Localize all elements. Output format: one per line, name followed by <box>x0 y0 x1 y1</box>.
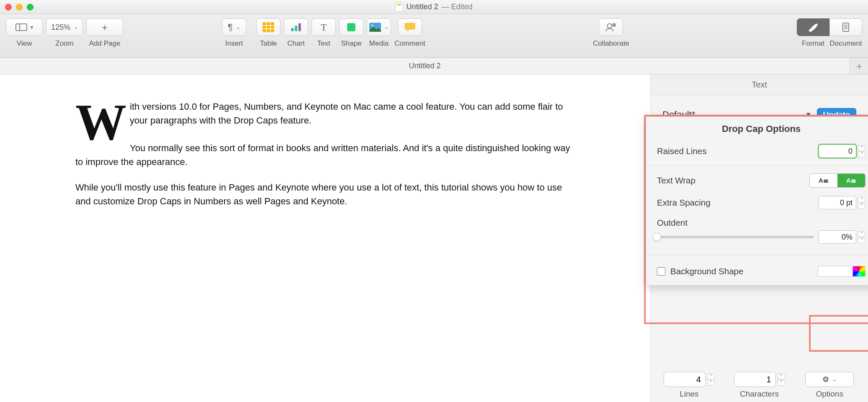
svg-rect-13 <box>404 23 415 30</box>
extra-spacing-stepper: ˄ ˅ <box>819 196 865 209</box>
text-label: Text <box>317 39 330 48</box>
text-button[interactable]: T <box>312 18 336 36</box>
options-label: Options <box>816 389 843 399</box>
shape-icon <box>345 22 357 32</box>
stepper-down-button[interactable]: ˅ <box>858 203 865 209</box>
chart-label: Chart <box>287 39 305 48</box>
svg-point-17 <box>809 29 812 32</box>
add-tab-button[interactable]: ＋ <box>850 58 868 74</box>
comment-label: Comment <box>394 39 425 48</box>
fullscreen-icon[interactable] <box>27 4 33 10</box>
characters-input[interactable] <box>734 372 776 387</box>
stepper-up-button[interactable]: ˄ <box>707 374 715 379</box>
stepper-up-button[interactable]: ˄ <box>858 197 865 203</box>
raised-lines-input[interactable] <box>819 144 856 158</box>
options-button[interactable]: ⚙ ⌄ <box>805 372 854 387</box>
view-button[interactable]: ▾ <box>6 18 43 36</box>
stepper-down-button[interactable]: ˅ <box>858 152 865 157</box>
document-icon <box>840 22 852 32</box>
zoom-label: Zoom <box>55 39 73 48</box>
extra-spacing-label: Extra Spacing <box>657 198 711 208</box>
stepper-up-button[interactable]: ˄ <box>858 231 865 237</box>
text-wrap-row: Text Wrap A≣ A≣ <box>646 169 868 192</box>
document-button[interactable] <box>829 18 862 36</box>
inspector-header: Text <box>651 75 868 95</box>
background-shape-color <box>818 266 865 277</box>
chevron-down-icon: ⌄ <box>832 376 837 382</box>
chevron-down-icon: ⌄ <box>74 24 78 30</box>
stepper-down-button[interactable]: ˅ <box>858 237 865 243</box>
media-icon <box>369 22 381 32</box>
svg-point-12 <box>371 24 373 26</box>
color-wheel-icon[interactable] <box>853 266 865 277</box>
raised-lines-label: Raised Lines <box>657 146 707 156</box>
extra-spacing-row: Extra Spacing ˄ ˅ <box>646 192 868 214</box>
shape-label: Shape <box>341 39 361 48</box>
add-page-button[interactable]: ＋ <box>86 18 123 36</box>
comment-button[interactable] <box>398 18 422 36</box>
document-canvas[interactable]: W ith versions 10.0 for Pages, Numbers, … <box>0 75 650 402</box>
stepper-up-button[interactable]: ˄ <box>858 145 865 151</box>
svg-rect-9 <box>299 23 301 31</box>
stepper-up-button[interactable]: ˄ <box>778 374 785 379</box>
drop-cap-summary-row: ˄ ˅ Lines ˄ ˅ Characters ⚙ <box>658 372 860 399</box>
inspector-sidebar: Text Default* ▼ Update Drop Cap Options … <box>650 75 868 402</box>
extra-spacing-input[interactable] <box>819 196 856 209</box>
slider-thumb[interactable] <box>653 233 661 241</box>
stepper-down-button[interactable]: ˅ <box>707 380 715 386</box>
minimize-icon[interactable] <box>16 4 23 10</box>
table-button[interactable] <box>256 18 281 36</box>
document-tab[interactable]: Untitled 2 <box>0 58 850 74</box>
titlebar: Untitled 2 — Edited <box>0 0 868 14</box>
outdent-input[interactable] <box>819 230 856 244</box>
window-traffic-lights <box>5 4 33 10</box>
background-shape-checkbox[interactable] <box>657 267 665 276</box>
annotation-highlight-options <box>809 315 868 352</box>
window-title-main: Untitled 2 <box>406 3 438 11</box>
format-label: Format <box>797 39 829 48</box>
paragraph-1: W ith versions 10.0 for Pages, Numbers, … <box>75 100 575 169</box>
chart-icon <box>290 22 302 32</box>
text-wrap-contour-button[interactable]: A≣ <box>837 174 865 187</box>
lines-label: Lines <box>680 389 698 399</box>
svg-rect-7 <box>291 28 294 31</box>
outdent-slider[interactable] <box>657 236 814 238</box>
table-icon <box>263 22 274 32</box>
format-button[interactable] <box>797 18 829 36</box>
background-shape-checkbox-wrap: Background Shape <box>657 266 743 276</box>
pilcrow-icon: ¶ <box>228 22 233 33</box>
window-title-suffix: — Edited <box>442 3 473 11</box>
text-wrap-rect-button[interactable]: A≣ <box>810 174 837 187</box>
svg-rect-18 <box>843 23 849 31</box>
drop-cap: W <box>75 100 126 144</box>
text-wrap-label: Text Wrap <box>657 175 695 186</box>
main-area: W ith versions 10.0 for Pages, Numbers, … <box>0 75 868 402</box>
toolbar: ▾ View 125% ⌄ Zoom ＋ Add Page ¶ ⌄ Insert… <box>0 14 868 58</box>
collaborate-button[interactable]: + <box>599 18 623 36</box>
paragraph-1b-text: You normally see this sort of format in … <box>75 143 570 167</box>
paragraph-2: While you'll mostly use this feature in … <box>75 180 575 208</box>
stepper-down-button[interactable]: ˅ <box>778 380 785 386</box>
format-document-segment <box>797 18 862 36</box>
view-icon <box>15 22 27 32</box>
svg-rect-10 <box>347 23 355 31</box>
lines-input[interactable] <box>664 372 706 387</box>
text-icon: T <box>321 22 327 33</box>
shape-button[interactable] <box>339 18 363 36</box>
background-shape-row: Background Shape <box>646 258 868 285</box>
outdent-label: Outdent <box>657 218 688 228</box>
zoom-button[interactable]: 125% ⌄ <box>46 18 83 36</box>
text-wrap-segment: A≣ A≣ <box>809 173 865 188</box>
add-page-label: Add Page <box>89 39 121 48</box>
background-shape-label: Background Shape <box>670 266 743 276</box>
chart-button[interactable] <box>284 18 308 36</box>
characters-label: Characters <box>740 389 779 399</box>
insert-button[interactable]: ¶ ⌄ <box>222 18 246 36</box>
media-button[interactable]: ⌄ <box>367 18 391 36</box>
color-swatch[interactable] <box>818 266 853 277</box>
outdent-stepper: ˄ ˅ <box>819 230 865 244</box>
svg-text:+: + <box>613 23 615 26</box>
view-label: View <box>17 39 32 48</box>
popover-title: Drop Cap Options <box>646 117 868 140</box>
close-icon[interactable] <box>5 4 12 10</box>
